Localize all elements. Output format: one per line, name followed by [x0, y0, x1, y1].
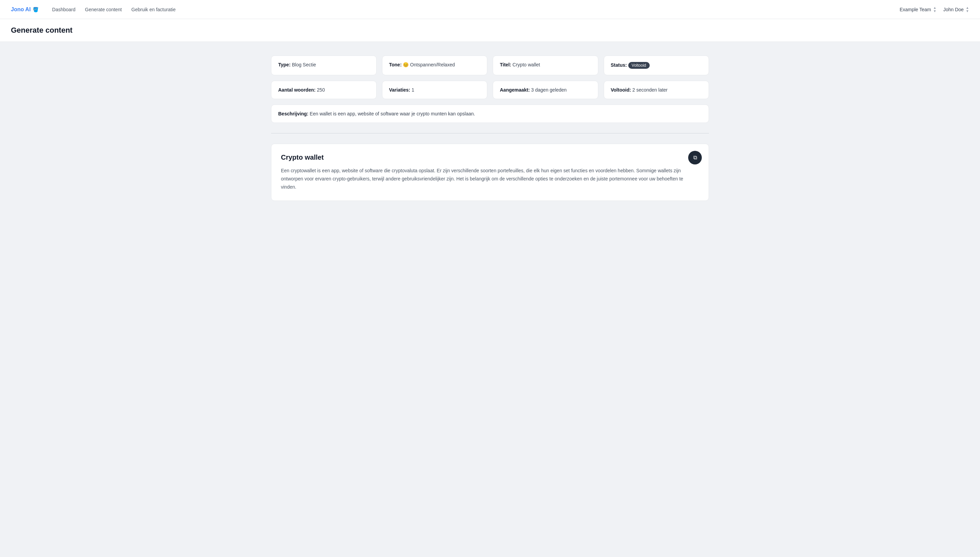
- nav-dashboard[interactable]: Dashboard: [52, 7, 76, 12]
- card-completed: Voltooid: 2 seconden later: [604, 81, 709, 99]
- card-type-label: Type:: [278, 62, 290, 67]
- section-divider: [271, 133, 709, 134]
- page-title: Generate content: [11, 26, 969, 35]
- card-title-label: Titel:: [500, 62, 511, 67]
- result-title: Crypto wallet: [281, 153, 699, 161]
- card-created: Aangemaakt: 3 dagen geleden: [493, 81, 598, 99]
- status-badge: Voltooid: [628, 62, 650, 69]
- user-name: John Doe: [943, 7, 964, 12]
- result-body: Een cryptowallet is een app, website of …: [281, 167, 699, 191]
- nav-links: Dashboard Generate content Gebruik en fa…: [52, 7, 900, 12]
- copy-button[interactable]: ⧉: [688, 151, 702, 164]
- main-content: Type: Blog Sectie Tone: 😊 Ontspannen/Rel…: [260, 42, 720, 215]
- card-completed-label: Voltooid:: [611, 87, 631, 93]
- team-name: Example Team: [900, 7, 931, 12]
- nav-generate-content[interactable]: Generate content: [85, 7, 122, 12]
- card-tone-value: 😊 Ontspannen/Relaxed: [403, 62, 454, 67]
- card-type: Type: Blog Sectie: [271, 55, 377, 75]
- description-label: Beschrijving:: [278, 111, 309, 116]
- brand-name: Jono AI: [11, 7, 31, 13]
- description-card: Beschrijving: Een wallet is een app, web…: [271, 104, 709, 123]
- team-selector[interactable]: Example Team ▲▼: [900, 6, 936, 13]
- card-completed-value: 2 seconden later: [632, 87, 668, 93]
- navbar-right: Example Team ▲▼ John Doe ▲▼: [900, 6, 969, 13]
- card-created-value: 3 dagen geleden: [531, 87, 567, 93]
- navbar: Jono AI 🪣 Dashboard Generate content Geb…: [0, 0, 980, 19]
- card-variations-value: 1: [412, 87, 414, 93]
- team-arrows: ▲▼: [933, 6, 936, 13]
- card-word-count-value: 250: [317, 87, 325, 93]
- user-arrows: ▲▼: [966, 6, 969, 13]
- card-title: Titel: Crypto wallet: [493, 55, 598, 75]
- description-value: Een wallet is een app, website of softwa…: [310, 111, 475, 116]
- card-created-label: Aangemaakt:: [500, 87, 530, 93]
- brand-emoji: 🪣: [33, 7, 39, 12]
- card-variations-label: Variaties:: [389, 87, 410, 93]
- result-card: Crypto wallet Een cryptowallet is een ap…: [271, 144, 709, 201]
- card-word-count: Aantal woorden: 250: [271, 81, 377, 99]
- nav-billing[interactable]: Gebruik en facturatie: [132, 7, 176, 12]
- card-tone-label: Tone:: [389, 62, 402, 67]
- brand-logo[interactable]: Jono AI 🪣: [11, 7, 39, 13]
- card-status: Status: Voltooid: [604, 55, 709, 75]
- info-grid-row1: Type: Blog Sectie Tone: 😊 Ontspannen/Rel…: [271, 55, 709, 75]
- copy-icon: ⧉: [693, 155, 697, 161]
- card-variations: Variaties: 1: [382, 81, 488, 99]
- page-header: Generate content: [0, 19, 980, 42]
- user-selector[interactable]: John Doe ▲▼: [943, 6, 969, 13]
- card-title-value: Crypto wallet: [513, 62, 540, 67]
- info-grid-row2: Aantal woorden: 250 Variaties: 1 Aangema…: [271, 81, 709, 99]
- card-type-value: Blog Sectie: [292, 62, 316, 67]
- card-status-label: Status:: [611, 62, 627, 68]
- card-word-count-label: Aantal woorden:: [278, 87, 316, 93]
- card-tone: Tone: 😊 Ontspannen/Relaxed: [382, 55, 488, 75]
